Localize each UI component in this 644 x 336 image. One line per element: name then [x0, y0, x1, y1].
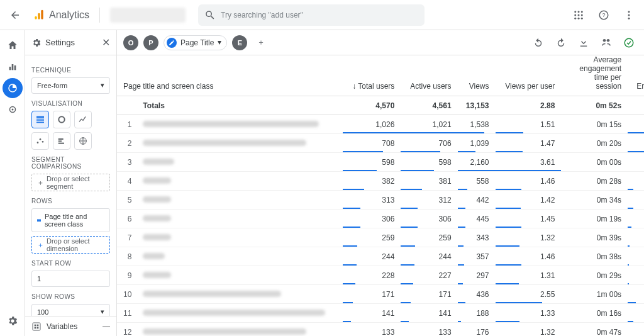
col-views-per-user[interactable]: Views per user: [496, 55, 562, 96]
svg-rect-39: [37, 327, 39, 328]
undo-icon[interactable]: [530, 34, 547, 52]
variables-bar[interactable]: Variables —: [25, 316, 116, 336]
svg-point-16: [628, 17, 630, 19]
svg-point-7: [578, 14, 580, 16]
svg-point-5: [581, 11, 583, 13]
table-row[interactable]: 82442443571.460m 38s3291.72%: [117, 247, 644, 266]
svg-rect-17: [9, 67, 11, 70]
variables-label: Variables: [47, 322, 77, 331]
svg-rect-0: [35, 16, 36, 19]
close-icon[interactable]: ✕: [102, 36, 110, 48]
rows-label: ROWS: [31, 198, 110, 204]
table-row[interactable]: 63063064451.450m 19s9876.3%: [117, 210, 644, 228]
table-row[interactable]: 53133124421.420m 34s14268.75%: [117, 191, 644, 210]
table-row[interactable]: 111411411881.330m 16s14123.33%: [117, 304, 644, 323]
svg-rect-37: [37, 324, 39, 326]
col-avg-time[interactable]: Average engagement time per session: [561, 55, 628, 96]
rail-explore-icon[interactable]: [3, 78, 23, 98]
product-name: Analytics: [49, 9, 89, 21]
table-row[interactable]: 92282272971.310m 29s2792.37%: [117, 266, 644, 285]
download-icon[interactable]: [575, 34, 592, 52]
show-rows-label: SHOW ROWS: [31, 293, 110, 300]
tab-page-title[interactable]: Page Title ▾: [164, 35, 227, 50]
technique-select[interactable]: Free-form▾: [31, 77, 110, 94]
table-row[interactable]: 121331331761.320m 47s14312.66%: [117, 323, 644, 337]
show-rows-select[interactable]: 100▾: [31, 304, 110, 316]
overflow-icon[interactable]: [619, 5, 639, 25]
redo-icon[interactable]: [552, 34, 570, 52]
search-icon: [204, 9, 216, 21]
table-row[interactable]: 27087061,0391.470m 20s68027.33%: [117, 134, 644, 153]
rail-home-icon[interactable]: [3, 35, 23, 55]
svg-rect-23: [36, 116, 44, 118]
search-input[interactable]: Try searching "add user": [198, 4, 425, 26]
svg-point-9: [574, 17, 576, 19]
svg-point-27: [58, 116, 64, 122]
svg-point-11: [581, 17, 583, 19]
table-row[interactable]: 35985982,1603.610m 00s00%: [117, 153, 644, 172]
account-property-selector[interactable]: [110, 8, 186, 23]
start-row-input[interactable]: 1: [31, 271, 110, 287]
totals-row: Totals 4,570 4,561 13,153 2.88 0m 52s 4,…: [117, 96, 644, 115]
svg-rect-19: [14, 65, 16, 70]
share-icon[interactable]: [597, 34, 615, 52]
svg-point-29: [40, 138, 42, 140]
col-active-users[interactable]: Active users: [401, 55, 457, 96]
svg-rect-33: [58, 143, 64, 144]
vis-geo-icon[interactable]: [74, 132, 92, 150]
pill-p[interactable]: P: [143, 35, 158, 50]
svg-point-30: [42, 141, 44, 143]
svg-rect-2: [41, 9, 43, 19]
rail-reports-icon[interactable]: [3, 57, 23, 77]
vis-scatter-icon[interactable]: [31, 132, 49, 150]
start-row-label: START ROW: [31, 260, 110, 267]
status-ok-icon[interactable]: [620, 34, 638, 52]
segment-drop[interactable]: ＋Drop or select segment: [31, 174, 110, 191]
table-row[interactable]: 101711714362.551m 00s19217.62%: [117, 285, 644, 304]
help-icon[interactable]: ?: [594, 5, 614, 25]
analytics-logo: Analytics: [33, 9, 89, 21]
svg-rect-35: [33, 323, 40, 330]
rows-dimension[interactable]: Page title and screen class: [31, 208, 110, 232]
collapse-icon[interactable]: —: [103, 322, 110, 331]
settings-header: Settings ✕: [25, 30, 116, 55]
technique-label: TECHNIQUE: [31, 67, 110, 74]
col-total-users[interactable]: ↓ Total users: [343, 55, 401, 96]
rail-admin-icon[interactable]: [3, 311, 23, 331]
rail-advertising-icon[interactable]: [3, 99, 23, 120]
svg-point-6: [574, 14, 576, 16]
variables-icon: [31, 322, 42, 332]
vis-bar-icon[interactable]: [53, 132, 70, 150]
svg-point-3: [574, 11, 576, 13]
svg-point-40: [603, 39, 606, 42]
col-dimension[interactable]: Page title and screen class: [117, 55, 343, 96]
col-entrances[interactable]: Entrances: [628, 55, 644, 96]
col-views[interactable]: Views: [458, 55, 496, 96]
table-row[interactable]: 11,0261,0211,5381.510m 15s1,19916.07%: [117, 115, 644, 134]
search-placeholder: Try searching "add user": [221, 11, 303, 20]
vis-table-icon[interactable]: [31, 111, 49, 128]
table-row[interactable]: 72592593431.320m 39s4687.62%: [117, 228, 644, 247]
svg-point-4: [578, 11, 580, 13]
table-row[interactable]: 43823815581.460m 28s13378.49%: [117, 172, 644, 191]
visualisation-label: VISUALISATION: [31, 100, 110, 107]
back-button[interactable]: [5, 5, 25, 25]
vis-line-icon[interactable]: [74, 111, 92, 128]
svg-rect-32: [58, 140, 62, 142]
svg-text:?: ?: [602, 12, 605, 18]
gear-icon: [31, 38, 42, 48]
svg-rect-24: [36, 119, 44, 120]
pill-o[interactable]: O: [123, 35, 138, 50]
vis-donut-icon[interactable]: [53, 111, 70, 128]
nav-rail: [0, 30, 25, 336]
add-tab-button[interactable]: ＋: [252, 34, 270, 52]
svg-rect-18: [11, 64, 13, 70]
svg-point-22: [11, 109, 13, 111]
svg-point-8: [581, 14, 583, 16]
pill-e[interactable]: E: [232, 35, 247, 50]
exploration-table: Page title and screen class ↓ Total user…: [117, 55, 644, 336]
svg-rect-1: [38, 13, 40, 19]
apps-icon[interactable]: [569, 5, 589, 25]
dimension-drop[interactable]: ＋Drop or select dimension: [31, 236, 110, 254]
chevron-down-icon: ▾: [218, 38, 221, 47]
